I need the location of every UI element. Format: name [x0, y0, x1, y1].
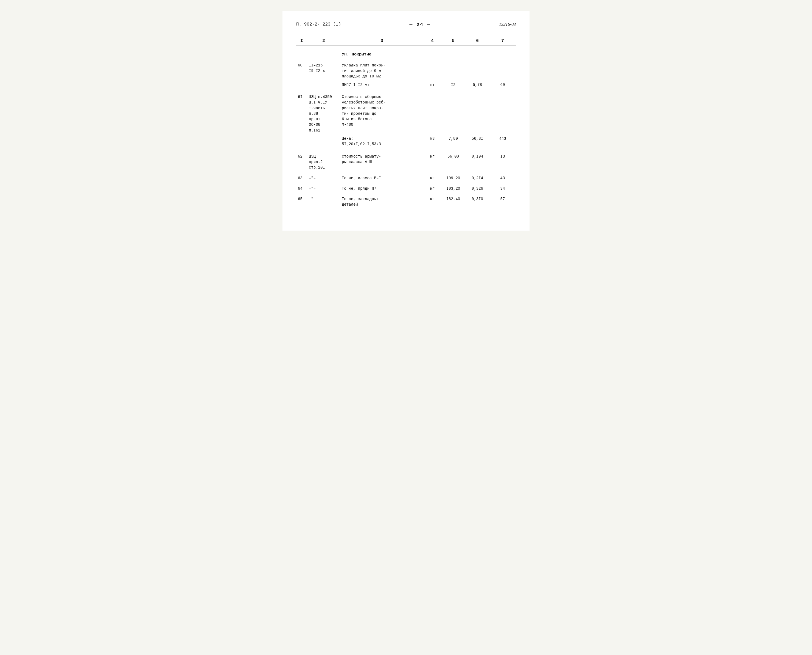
row-col2: II–215I9–I2–x [307, 59, 340, 81]
page-container: П. 902-2- 223 (Ш) — 24 — 13216-03 I 2 3 … [283, 11, 529, 231]
row-col7: I3 [489, 151, 516, 172]
row-col4 [424, 91, 441, 135]
section-col2 [307, 46, 340, 59]
sub-row-col2 [307, 135, 340, 151]
row-col7: 34 [489, 183, 516, 193]
row-col4: кг [424, 172, 441, 183]
row-col5: 66,00 [441, 151, 465, 172]
row-col6: 0,3I0 [465, 193, 489, 209]
sub-row: Цена:5I,20+I,02+I,53x3 м3 7,80 56,8I 443 [296, 135, 516, 151]
row-col7: 43 [489, 172, 516, 183]
row-num: 62 [296, 151, 307, 172]
row-col7: 57 [489, 193, 516, 209]
row-num: 65 [296, 193, 307, 209]
row-col6: 0,2I4 [465, 172, 489, 183]
col-header-2: 2 [307, 36, 340, 46]
sub-row-col7: 443 [489, 135, 516, 151]
col-header-3: 3 [340, 36, 424, 46]
row-col6 [465, 91, 489, 135]
header-center: — 24 — [409, 22, 431, 28]
col-header-5: 5 [441, 36, 465, 46]
col-header-4: 4 [424, 36, 441, 46]
sub-row-col6: 56,8I [465, 135, 489, 151]
sub-row-col3: Цена:5I,20+I,02+I,53x3 [340, 135, 424, 151]
header-left: П. 902-2- 223 (Ш) [296, 22, 341, 27]
row-col3: Стоимость сборныхжелезобетонных реб-рист… [340, 91, 424, 135]
row-col4: кг [424, 151, 441, 172]
row-col5: I99,20 [441, 172, 465, 183]
row-col5 [441, 91, 465, 135]
row-col3: То же, класса В–I [340, 172, 424, 183]
row-num: 64 [296, 183, 307, 193]
col-header-1: I [296, 36, 307, 46]
section-col5 [441, 46, 465, 59]
row-col5: I03,20 [441, 183, 465, 193]
row-col2: ЦЗЦ п.4350Ц.I ч.IУт.частьп.88пр-нтОб-08п… [307, 91, 340, 135]
row-col6: 0,I94 [465, 151, 489, 172]
row-col6: 0,326 [465, 183, 489, 193]
row-col3: Укладка плит покры-тия длиной до 6 мплощ… [340, 59, 424, 81]
row-col4 [424, 59, 441, 81]
row-num: 60 [296, 59, 307, 81]
table-row: 6I ЦЗЦ п.4350Ц.I ч.IУт.частьп.88пр-нтОб-… [296, 91, 516, 135]
sub-row-col3: ПНП7–I–I2 мт [340, 81, 424, 91]
row-col3: То же, пряди П7 [340, 183, 424, 193]
sub-row-num [296, 135, 307, 151]
sub-row-col4: шт [424, 81, 441, 91]
row-col2: –"– [307, 193, 340, 209]
row-col3: Стоимость армату-ры класса А–Ш [340, 151, 424, 172]
sub-row-col7: 69 [489, 81, 516, 91]
section-title: УП. Покрытие [340, 46, 424, 59]
sub-row: ПНП7–I–I2 мт шт I2 5,78 69 [296, 81, 516, 91]
col-header-7: 7 [489, 36, 516, 46]
row-col7 [489, 59, 516, 81]
table-row: 62 ЦЗЦприл.2стр.20I Стоимость армату-ры … [296, 151, 516, 172]
sub-row-col5: I2 [441, 81, 465, 91]
row-num: 63 [296, 172, 307, 183]
sub-row-num [296, 81, 307, 91]
row-num: 6I [296, 91, 307, 135]
section-row-num [296, 46, 307, 59]
row-col2: –"– [307, 183, 340, 193]
table-row: 65 –"– То же, закладныхдеталей кг I82,40… [296, 193, 516, 209]
row-col3: То же, закладныхдеталей [340, 193, 424, 209]
row-col2: –"– [307, 172, 340, 183]
header-right: 13216-03 [499, 22, 516, 27]
section-col4 [424, 46, 441, 59]
main-table: I 2 3 4 5 6 7 УП. Покрытие 60 [296, 36, 516, 209]
table-row: 63 –"– То же, класса В–I кг I99,20 0,2I4… [296, 172, 516, 183]
row-col5: I82,40 [441, 193, 465, 209]
section-col7 [489, 46, 516, 59]
row-col7 [489, 91, 516, 135]
table-body: УП. Покрытие 60 II–215I9–I2–x Укладка пл… [296, 46, 516, 209]
row-col5 [441, 59, 465, 81]
table-row: 64 –"– То же, пряди П7 кг I03,20 0,326 3… [296, 183, 516, 193]
row-col6 [465, 59, 489, 81]
page-header: П. 902-2- 223 (Ш) — 24 — 13216-03 [296, 22, 516, 28]
table-header-row: I 2 3 4 5 6 7 [296, 36, 516, 46]
row-col4: кг [424, 193, 441, 209]
sub-row-col6: 5,78 [465, 81, 489, 91]
sub-row-col5: 7,80 [441, 135, 465, 151]
section-header-row: УП. Покрытие [296, 46, 516, 59]
row-col4: кг [424, 183, 441, 193]
sub-row-col4: м3 [424, 135, 441, 151]
table-row: 60 II–215I9–I2–x Укладка плит покры-тия … [296, 59, 516, 81]
col-header-6: 6 [465, 36, 489, 46]
table-wrapper: I 2 3 4 5 6 7 УП. Покрытие 60 [296, 36, 516, 209]
sub-row-col2 [307, 81, 340, 91]
row-col2: ЦЗЦприл.2стр.20I [307, 151, 340, 172]
section-col6 [465, 46, 489, 59]
